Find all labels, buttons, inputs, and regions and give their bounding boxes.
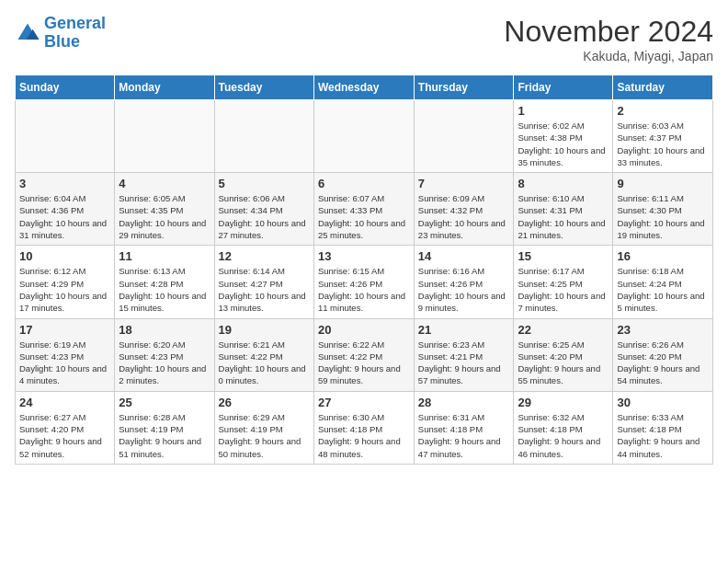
calendar-cell: 21Sunrise: 6:23 AMSunset: 4:21 PMDayligh…	[414, 318, 514, 391]
day-number: 14	[418, 249, 510, 263]
calendar-cell	[313, 100, 414, 173]
calendar-cell: 5Sunrise: 6:06 AMSunset: 4:34 PMDaylight…	[214, 173, 313, 246]
day-number: 24	[19, 396, 110, 409]
calendar-cell: 13Sunrise: 6:15 AMSunset: 4:26 PMDayligh…	[313, 246, 414, 318]
day-number: 19	[219, 323, 310, 337]
daylight-hours: Daylight: 9 hours and 55 minutes.	[518, 363, 600, 385]
day-number: 8	[518, 177, 609, 190]
calendar-cell: 1Sunrise: 6:02 AMSunset: 4:38 PMDaylight…	[514, 100, 613, 173]
daylight-hours: Daylight: 10 hours and 13 minutes.	[219, 291, 306, 313]
day-number: 10	[19, 249, 110, 263]
day-info: Sunrise: 6:26 AMSunset: 4:20 PMDaylight:…	[617, 339, 709, 387]
calendar-cell: 29Sunrise: 6:32 AMSunset: 4:18 PMDayligh…	[514, 391, 613, 464]
calendar-cell: 27Sunrise: 6:30 AMSunset: 4:18 PMDayligh…	[313, 391, 414, 464]
daylight-hours: Daylight: 10 hours and 17 minutes.	[19, 291, 107, 313]
weekday-header-row: SundayMondayTuesdayWednesdayThursdayFrid…	[16, 75, 713, 100]
day-number: 2	[617, 104, 709, 118]
day-info: Sunrise: 6:13 AMSunset: 4:28 PMDaylight:…	[119, 265, 210, 314]
calendar-cell: 19Sunrise: 6:21 AMSunset: 4:22 PMDayligh…	[214, 318, 313, 391]
day-number: 27	[318, 396, 410, 409]
day-number: 12	[219, 249, 310, 263]
calendar-cell	[214, 100, 313, 173]
title-block: November 2024 Kakuda, Miyagi, Japan	[504, 15, 713, 63]
calendar-cell: 10Sunrise: 6:12 AMSunset: 4:29 PMDayligh…	[16, 246, 115, 318]
daylight-hours: Daylight: 10 hours and 2 minutes.	[119, 363, 206, 385]
daylight-hours: Daylight: 10 hours and 33 minutes.	[617, 145, 704, 167]
day-number: 21	[418, 323, 510, 337]
day-info: Sunrise: 6:05 AMSunset: 4:35 PMDaylight:…	[119, 192, 210, 241]
calendar-cell	[115, 100, 214, 173]
calendar-cell: 2Sunrise: 6:03 AMSunset: 4:37 PMDaylight…	[613, 100, 713, 173]
daylight-hours: Daylight: 10 hours and 4 minutes.	[19, 363, 107, 385]
day-number: 29	[518, 396, 609, 409]
day-number: 9	[617, 177, 709, 190]
calendar-cell: 8Sunrise: 6:10 AMSunset: 4:31 PMDaylight…	[514, 173, 613, 246]
day-info: Sunrise: 6:04 AMSunset: 4:36 PMDaylight:…	[19, 192, 110, 241]
day-info: Sunrise: 6:14 AMSunset: 4:27 PMDaylight:…	[219, 265, 310, 314]
day-number: 17	[19, 323, 110, 337]
day-info: Sunrise: 6:02 AMSunset: 4:38 PMDaylight:…	[518, 120, 609, 168]
day-number: 28	[418, 396, 510, 409]
day-number: 23	[617, 323, 709, 337]
day-number: 4	[119, 177, 210, 190]
daylight-hours: Daylight: 10 hours and 7 minutes.	[518, 291, 605, 313]
logo-line2: Blue	[44, 32, 80, 51]
calendar-cell: 26Sunrise: 6:29 AMSunset: 4:19 PMDayligh…	[214, 391, 313, 464]
day-info: Sunrise: 6:19 AMSunset: 4:23 PMDaylight:…	[19, 339, 110, 387]
calendar-cell: 15Sunrise: 6:17 AMSunset: 4:25 PMDayligh…	[514, 246, 613, 318]
calendar-cell: 7Sunrise: 6:09 AMSunset: 4:32 PMDaylight…	[414, 173, 514, 246]
calendar-cell: 24Sunrise: 6:27 AMSunset: 4:20 PMDayligh…	[16, 391, 115, 464]
calendar-cell: 17Sunrise: 6:19 AMSunset: 4:23 PMDayligh…	[16, 318, 115, 391]
daylight-hours: Daylight: 9 hours and 57 minutes.	[418, 363, 501, 385]
daylight-hours: Daylight: 10 hours and 35 minutes.	[518, 145, 605, 167]
week-row-5: 24Sunrise: 6:27 AMSunset: 4:20 PMDayligh…	[16, 391, 713, 464]
day-info: Sunrise: 6:23 AMSunset: 4:21 PMDaylight:…	[418, 339, 510, 387]
day-info: Sunrise: 6:18 AMSunset: 4:24 PMDaylight:…	[617, 265, 709, 314]
logo-line1: General	[44, 14, 106, 32]
day-info: Sunrise: 6:10 AMSunset: 4:31 PMDaylight:…	[518, 192, 609, 241]
page-header: General Blue November 2024 Kakuda, Miyag…	[15, 15, 713, 63]
day-info: Sunrise: 6:33 AMSunset: 4:18 PMDaylight:…	[617, 411, 709, 460]
day-number: 16	[617, 249, 709, 263]
calendar-cell: 23Sunrise: 6:26 AMSunset: 4:20 PMDayligh…	[613, 318, 713, 391]
day-info: Sunrise: 6:11 AMSunset: 4:30 PMDaylight:…	[617, 192, 709, 241]
day-number: 6	[318, 177, 410, 190]
day-info: Sunrise: 6:31 AMSunset: 4:18 PMDaylight:…	[418, 411, 510, 460]
daylight-hours: Daylight: 10 hours and 9 minutes.	[418, 291, 506, 313]
weekday-header-sunday: Sunday	[16, 75, 115, 100]
daylight-hours: Daylight: 9 hours and 44 minutes.	[617, 436, 700, 458]
week-row-1: 1Sunrise: 6:02 AMSunset: 4:38 PMDaylight…	[16, 100, 713, 173]
calendar-cell: 30Sunrise: 6:33 AMSunset: 4:18 PMDayligh…	[613, 391, 713, 464]
daylight-hours: Daylight: 9 hours and 50 minutes.	[219, 436, 301, 458]
day-number: 25	[119, 396, 210, 409]
logo: General Blue	[15, 15, 106, 52]
calendar-cell: 6Sunrise: 6:07 AMSunset: 4:33 PMDaylight…	[313, 173, 414, 246]
daylight-hours: Daylight: 10 hours and 21 minutes.	[518, 218, 605, 240]
calendar-cell: 14Sunrise: 6:16 AMSunset: 4:26 PMDayligh…	[414, 246, 514, 318]
calendar-cell	[414, 100, 514, 173]
daylight-hours: Daylight: 10 hours and 5 minutes.	[617, 291, 704, 313]
day-info: Sunrise: 6:16 AMSunset: 4:26 PMDaylight:…	[418, 265, 510, 314]
daylight-hours: Daylight: 10 hours and 31 minutes.	[19, 218, 107, 240]
day-number: 22	[518, 323, 609, 337]
day-info: Sunrise: 6:06 AMSunset: 4:34 PMDaylight:…	[219, 192, 310, 241]
day-number: 11	[119, 249, 210, 263]
day-number: 18	[119, 323, 210, 337]
day-info: Sunrise: 6:21 AMSunset: 4:22 PMDaylight:…	[219, 339, 310, 387]
daylight-hours: Daylight: 10 hours and 0 minutes.	[219, 363, 306, 385]
day-info: Sunrise: 6:28 AMSunset: 4:19 PMDaylight:…	[119, 411, 210, 460]
day-number: 1	[518, 104, 609, 118]
day-number: 3	[19, 177, 110, 190]
day-info: Sunrise: 6:20 AMSunset: 4:23 PMDaylight:…	[119, 339, 210, 387]
calendar-cell: 11Sunrise: 6:13 AMSunset: 4:28 PMDayligh…	[115, 246, 214, 318]
day-info: Sunrise: 6:07 AMSunset: 4:33 PMDaylight:…	[318, 192, 410, 241]
daylight-hours: Daylight: 9 hours and 59 minutes.	[318, 363, 401, 385]
daylight-hours: Daylight: 10 hours and 11 minutes.	[318, 291, 405, 313]
week-row-3: 10Sunrise: 6:12 AMSunset: 4:29 PMDayligh…	[16, 246, 713, 318]
day-info: Sunrise: 6:30 AMSunset: 4:18 PMDaylight:…	[318, 411, 410, 460]
day-info: Sunrise: 6:22 AMSunset: 4:22 PMDaylight:…	[318, 339, 410, 387]
daylight-hours: Daylight: 9 hours and 46 minutes.	[518, 436, 600, 458]
daylight-hours: Daylight: 10 hours and 19 minutes.	[617, 218, 704, 240]
weekday-header-tuesday: Tuesday	[214, 75, 313, 100]
daylight-hours: Daylight: 9 hours and 54 minutes.	[617, 363, 700, 385]
